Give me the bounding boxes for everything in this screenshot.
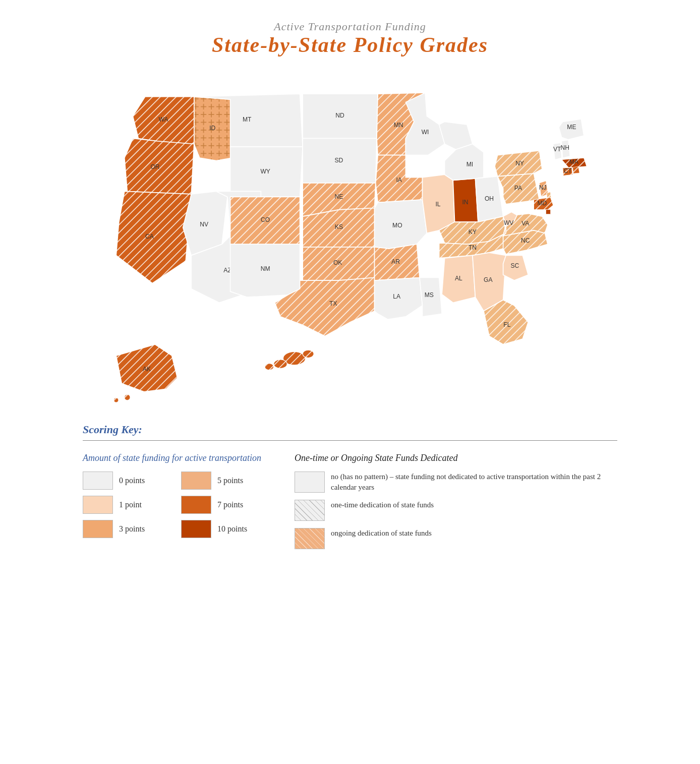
legend-right-title: One-time or Ongoing State Funds Dedicate… [295,453,617,463]
page-subtitle: Active Transportation Funding [83,20,617,33]
state-WY [230,147,303,197]
pattern-label-ongoing: ongoing dedication of state funds [331,528,432,539]
pattern-item-ongoing: ongoing dedication of state funds [295,528,617,549]
svg-point-69 [114,398,119,402]
state-ND [303,94,378,138]
state-LA [375,278,423,320]
legend-item-7: 7 points [181,496,264,514]
legend-item-1: 1 point [83,496,166,514]
legend-item-10: 10 points [181,520,264,538]
swatch-0pt [83,472,113,490]
legend-grid: 0 points 5 points 1 point 7 points [83,472,264,538]
state-NH [562,140,570,158]
legend-left-title: Amount of state funding for active trans… [83,453,264,463]
state-IN [453,179,478,222]
svg-point-71 [274,360,287,369]
map-container: WA OR CA ID MT WY NV [83,72,617,408]
swatch-5pt [181,472,211,490]
legend-right: One-time or Ongoing State Funds Dedicate… [295,453,617,556]
state-MI-lower [445,144,484,181]
state-IA [376,155,423,203]
svg-point-72 [265,364,274,370]
legend-label-3: 3 points [119,524,145,534]
scoring-divider [83,440,617,441]
state-NM [230,244,300,297]
pattern-label-no: no (has no pattern) – state funding not … [331,472,617,493]
legend-label-0: 0 points [119,476,145,485]
svg-point-73 [303,350,314,358]
state-MS [420,278,442,317]
state-WA [133,97,194,144]
state-OK [303,247,374,280]
state-AR [375,244,420,280]
swatch-10pt [181,520,211,538]
state-VT [553,143,562,160]
page-title: State-by-State Policy Grades [83,33,617,56]
state-CA [116,192,191,283]
state-AK [116,344,177,392]
state-ID [194,97,232,161]
pattern-swatch-no [295,472,325,493]
scoring-key-section: Scoring Key: Amount of state funding for… [83,423,617,556]
swatch-1pt [83,496,113,514]
legend-item-0: 0 points [83,472,166,490]
state-OR [125,139,194,194]
pattern-label-onetime: one-time dedication of state funds [331,500,434,510]
legend-left: Amount of state funding for active trans… [83,453,264,538]
pattern-swatch-ongoing [295,528,325,549]
legend-item-5: 5 points [181,472,264,490]
pattern-item-no: no (has no pattern) – state funding not … [295,472,617,493]
legend-item-3: 3 points [83,520,166,538]
state-MD [534,198,553,210]
swatch-7pt [181,496,211,514]
state-DC [546,210,551,214]
legend-label-5: 5 points [217,476,243,485]
state-SD [303,139,377,183]
legend-label-1: 1 point [119,500,142,509]
pattern-item-onetime: one-time dedication of state funds [295,500,617,521]
state-AL [442,256,475,303]
state-ME [559,119,584,140]
state-RI [573,166,579,173]
state-CO [230,197,300,245]
state-SC [503,256,529,281]
state-MA [562,158,587,168]
state-CT [563,167,573,176]
state-OH [475,177,503,222]
legend-label-10: 10 points [217,524,247,534]
legend-label-7: 7 points [217,500,243,509]
svg-point-68 [125,395,130,400]
legend-container: Amount of state funding for active trans… [83,453,617,556]
scoring-key-label: Scoring Key: [83,423,617,436]
pattern-swatch-onetime [295,500,325,521]
state-MO [375,200,427,249]
state-NY [495,151,542,177]
swatch-3pt [83,520,113,538]
state-PA [498,173,540,204]
